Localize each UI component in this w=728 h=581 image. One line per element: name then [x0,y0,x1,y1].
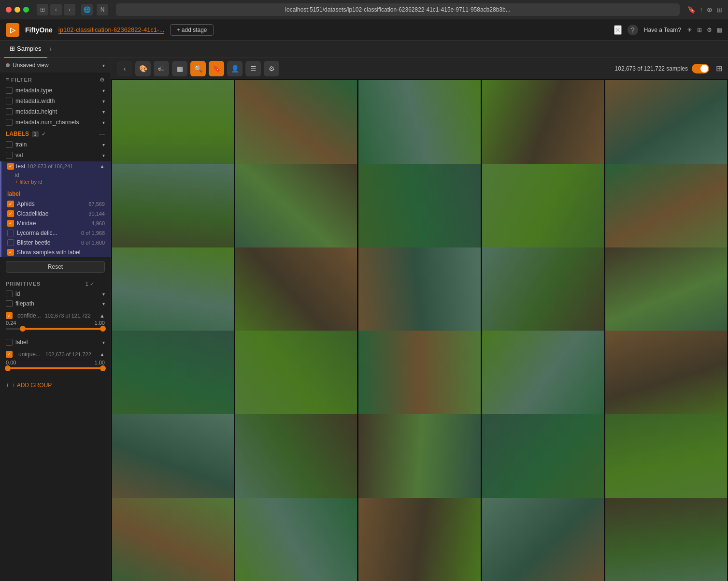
back-button[interactable]: ‹ [50,4,62,15]
bookmark-icon[interactable]: 🔖 [687,6,696,14]
grid-cell-28[interactable]: Aphids0.597 [482,498,604,581]
prim-filepath-expand[interactable]: ▾ [102,301,105,306]
help-button[interactable]: ? [628,25,638,35]
metadata-height-checkbox[interactable] [6,108,13,115]
lycorma-checkbox[interactable] [7,230,14,236]
cicadellidae-checkbox[interactable] [7,210,14,217]
metadata-channels-checkbox[interactable] [6,119,13,126]
metadata-type-checkbox[interactable] [6,87,13,94]
aphids-checkbox[interactable] [7,201,14,207]
minimize-window-button[interactable] [14,7,20,13]
filter-metadata-channels[interactable]: metadata.num_channels ▾ [0,117,111,128]
filter-metadata-height[interactable]: metadata.height ▾ [0,106,111,117]
have-team-text: Have a Team? [644,27,681,33]
confidence-expand[interactable]: ▲ [100,313,105,319]
prim-filepath-checkbox[interactable] [6,300,13,307]
prim-label-checkbox[interactable] [6,339,13,346]
browser-icon-1[interactable]: 🌐 [81,4,93,15]
github-icon[interactable]: ⚙ [707,27,712,33]
show-samples-label[interactable]: Show samples with label [1,247,111,257]
sun-icon[interactable]: ☀ [687,27,692,33]
app-dataset[interactable]: ip102-classification-62362822-41c1-... [58,26,165,34]
prim-label-expand[interactable]: ▾ [102,340,105,345]
unique-checkbox[interactable] [6,351,13,358]
add-group-button[interactable]: + + ADD GROUP [0,377,111,393]
blister-label: Blister beetle [17,239,78,246]
settings-button[interactable]: ⚙ [264,61,279,76]
grid-button[interactable]: ▦ [172,61,187,76]
unique-expand[interactable]: ▲ [100,351,105,357]
share-icon[interactable]: ↑ [699,6,703,14]
blister-count: 0 of 1,600 [81,240,105,246]
label-blister[interactable]: Blister beetle 0 of 1,600 [1,238,111,247]
confidence-thumb-right[interactable] [100,326,106,332]
val-expand[interactable]: ▾ [102,153,105,158]
windows-icon[interactable]: ⊞ [716,6,722,14]
grid-view-icon[interactable]: ⊞ [697,27,702,33]
metadata-height-expand[interactable]: ▾ [102,109,105,115]
metadata-type-expand[interactable]: ▾ [102,88,105,93]
palette-button[interactable]: 🎨 [135,61,151,76]
filter-train[interactable]: train ▾ [0,139,111,150]
test-section-header[interactable]: test 102,673 of 106,241 ▲ [1,161,111,171]
miridae-checkbox[interactable] [7,220,14,227]
prim-id-checkbox[interactable] [6,290,13,297]
confidence-checkbox[interactable] [6,312,13,319]
prim-filepath[interactable]: filepath ▾ [0,299,111,308]
label-miridae[interactable]: Miridae 4,960 [1,218,111,228]
maximize-window-button[interactable] [23,7,29,13]
metadata-width-checkbox[interactable] [6,98,13,104]
reset-button[interactable]: Reset [6,261,105,273]
grid-cell-29[interactable]: Aphids0.686 [605,498,727,581]
prim-id-expand[interactable]: ▾ [102,291,105,297]
url-bar[interactable] [116,3,680,16]
menu-icon[interactable]: ▦ [717,27,722,33]
grid-cell-25[interactable]: Cicadellidae0.75 [112,498,234,581]
filter-settings-icon[interactable]: ⚙ [100,76,105,83]
test-checkbox[interactable] [7,163,14,170]
confidence-thumb-left[interactable] [20,326,26,332]
add-stage-button[interactable]: + add stage [170,24,213,36]
label-lycorma[interactable]: Lycorma delic... 0 of 1,968 [1,228,111,238]
browser-icon-2[interactable]: N [97,4,108,15]
show-samples-checkbox[interactable] [7,249,14,256]
metadata-width-expand[interactable]: ▾ [102,99,105,104]
sidebar-toggle-button[interactable]: ⊞ [37,4,48,15]
unique-thumb-left[interactable] [5,365,11,371]
unsaved-view[interactable]: Unsaved view ▾ [0,58,111,73]
filter-val[interactable]: val ▾ [0,150,111,160]
primitives-collapse[interactable]: — [99,280,105,287]
person-button[interactable]: 👤 [227,61,243,76]
grid-cell-26[interactable]: Aphids0.856 [235,498,357,581]
filter-metadata-width[interactable]: metadata.width ▾ [0,96,111,106]
prim-id[interactable]: id ▾ [0,289,111,299]
prev-button[interactable]: ‹ [117,61,132,76]
unique-thumb-right[interactable] [100,365,106,371]
forward-button[interactable]: › [64,4,75,15]
close-dataset-button[interactable]: ✕ [614,25,622,35]
browser-nav: ⊞ ‹ › [37,4,75,15]
new-tab-icon[interactable]: ⊕ [707,6,713,14]
prim-label[interactable]: label ▾ [0,337,111,347]
add-tab-button[interactable]: + [49,46,53,53]
bookmark-button[interactable]: 🔖 [209,61,224,76]
layout-icon[interactable]: ⊞ [716,64,722,73]
list-button[interactable]: ☰ [245,61,261,76]
view-toggle[interactable] [692,64,709,73]
train-expand[interactable]: ▾ [102,142,105,147]
tag-button[interactable]: 🏷 [154,61,169,76]
train-checkbox[interactable] [6,141,13,148]
grid-cell-27[interactable]: Cicadellidae0.676 [358,498,480,581]
search-button[interactable]: 🔍 [190,61,206,76]
labels-collapse-button[interactable]: — [99,131,105,137]
label-aphids[interactable]: Aphids 67,569 [1,199,111,209]
test-expand[interactable]: ▲ [100,163,105,169]
metadata-channels-expand[interactable]: ▾ [102,120,105,125]
label-cicadellidae[interactable]: Cicadellidae 30,144 [1,209,111,218]
tab-samples[interactable]: ⊞ Samples [4,41,47,58]
blister-checkbox[interactable] [7,239,14,246]
filter-by-id-button[interactable]: + filter by id [15,178,105,186]
close-window-button[interactable] [6,7,12,13]
val-checkbox[interactable] [6,152,13,159]
filter-metadata-type[interactable]: metadata.type ▾ [0,85,111,96]
